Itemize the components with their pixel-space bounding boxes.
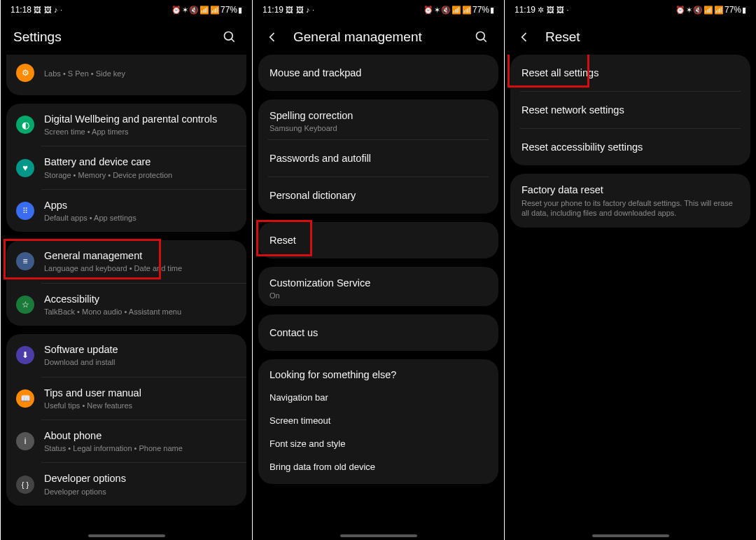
nav-handle[interactable] — [88, 534, 165, 537]
picture-icon: 🖼 — [556, 6, 564, 14]
pinwheel-icon: ✲ — [538, 6, 544, 14]
svg-point-0 — [225, 32, 233, 41]
more-icon: · — [60, 6, 62, 14]
apps-icon: ⠿ — [22, 207, 28, 216]
battery-text: 77% — [472, 5, 489, 15]
section-heading: Looking for something else? — [258, 359, 498, 386]
list-item-contact[interactable]: Contact us — [258, 314, 498, 351]
info-icon: i — [24, 436, 27, 446]
battery-text: 77% — [220, 5, 237, 15]
list-item-reset-network[interactable]: Reset network settings — [510, 92, 750, 128]
picture-icon: 🖼 — [34, 6, 41, 14]
wifi-icon: 📶 — [704, 6, 713, 14]
download-icon: ⬇ — [22, 350, 29, 360]
music-note-icon: ♪ — [306, 6, 310, 14]
signal-icon: 📶 — [210, 6, 220, 14]
wifi-icon: 📶 — [451, 6, 461, 14]
nav-handle[interactable] — [340, 534, 417, 537]
link-screen-timeout[interactable]: Screen timeout — [258, 409, 498, 432]
list-item-apps[interactable]: ⠿ Apps Default apps • App settings — [6, 190, 246, 232]
bluetooth-icon: ✶ — [182, 6, 188, 14]
list-item-tips[interactable]: 📖 Tips and user manual Useful tips • New… — [6, 378, 246, 420]
picture-icon: 🖼 — [547, 6, 554, 14]
link-font-size[interactable]: Font size and style — [258, 432, 498, 455]
wifi-icon: 📶 — [200, 6, 209, 14]
list-item-about-phone[interactable]: i About phone Status • Legal information… — [6, 420, 246, 462]
search-icon — [223, 30, 237, 44]
status-bar: 11:18 🖼 🖼 ♪ · ⏰ ✶ 🔇 📶 📶 77% ▮ — [1, 0, 252, 20]
link-navigation-bar[interactable]: Navigation bar — [258, 386, 498, 409]
battery-icon: ▮ — [742, 6, 746, 14]
picture-icon: 🖼 — [44, 6, 52, 14]
signal-icon: 📶 — [714, 6, 724, 14]
back-button[interactable] — [261, 26, 284, 48]
mute-icon: 🔇 — [189, 6, 199, 14]
list-item-reset-all[interactable]: Reset all settings — [510, 55, 750, 91]
wellbeing-icon: ◐ — [22, 120, 29, 130]
search-button[interactable] — [218, 26, 241, 48]
book-icon: 📖 — [20, 394, 31, 403]
search-icon — [475, 30, 489, 44]
music-note-icon: ♪ — [54, 6, 58, 14]
list-item-reset-accessibility[interactable]: Reset accessibility settings — [510, 129, 750, 165]
page-title: Reset — [541, 29, 745, 45]
list-item-factory-reset[interactable]: Factory data reset Reset your phone to i… — [510, 174, 750, 228]
status-time: 11:19 — [262, 5, 284, 15]
battery-icon: ♥ — [22, 162, 28, 173]
list-item-spelling[interactable]: Spelling correction Samsung Keyboard — [258, 99, 498, 139]
accessibility-icon: ☆ — [22, 300, 29, 310]
sliders-icon: ≡ — [22, 256, 27, 266]
settings-icon: ⚙ — [22, 68, 29, 78]
list-item-wellbeing[interactable]: ◐ Digital Wellbeing and parental control… — [6, 104, 246, 146]
svg-line-3 — [484, 39, 486, 42]
nav-handle[interactable] — [592, 534, 669, 537]
more-icon: · — [312, 6, 314, 14]
code-icon: { } — [22, 480, 29, 489]
search-button[interactable] — [470, 26, 493, 48]
back-button[interactable] — [513, 26, 536, 48]
page-title: General management — [289, 29, 465, 45]
list-item-developer[interactable]: { } Developer options Developer options — [6, 463, 246, 505]
chevron-left-icon — [265, 30, 279, 44]
battery-icon: ▮ — [490, 6, 494, 14]
battery-text: 77% — [724, 5, 741, 15]
bluetooth-icon: ✶ — [434, 6, 440, 14]
status-bar: 11:19 ✲ 🖼 🖼 · ⏰ ✶ 🔇 📶 📶 77% ▮ — [505, 0, 756, 20]
list-item-software-update[interactable]: ⬇ Software update Download and install — [6, 334, 246, 376]
list-item-customization[interactable]: Customization Service On — [258, 267, 498, 306]
list-item[interactable]: ⚙ Labs • S Pen • Side key — [6, 55, 246, 91]
list-item-accessibility[interactable]: ☆ Accessibility TalkBack • Mono audio • … — [6, 284, 246, 326]
status-time: 11:19 — [514, 5, 536, 15]
svg-line-1 — [232, 39, 234, 42]
list-item-dictionary[interactable]: Personal dictionary — [258, 177, 498, 214]
list-item-battery[interactable]: ♥ Battery and device care Storage • Memo… — [6, 146, 246, 188]
more-icon: · — [566, 6, 568, 14]
battery-icon: ▮ — [238, 6, 242, 14]
alarm-icon: ⏰ — [676, 6, 685, 14]
list-item-passwords[interactable]: Passwords and autofill — [258, 140, 498, 176]
status-bar: 11:19 🖼 🖼 ♪ · ⏰ ✶ 🔇 📶 📶 77% ▮ — [253, 0, 504, 20]
page-title: Settings — [9, 29, 213, 45]
status-time: 11:18 — [10, 5, 31, 15]
picture-icon: 🖼 — [286, 6, 293, 14]
mute-icon: 🔇 — [693, 6, 703, 14]
signal-icon: 📶 — [462, 6, 472, 14]
list-item-reset[interactable]: Reset — [258, 222, 498, 258]
chevron-left-icon — [517, 30, 531, 44]
list-item-general-management[interactable]: ≡ General management Language and keyboa… — [6, 240, 246, 282]
picture-icon: 🖼 — [296, 6, 304, 14]
mute-icon: 🔇 — [441, 6, 451, 14]
alarm-icon: ⏰ — [424, 6, 433, 14]
list-item-mouse-trackpad[interactable]: Mouse and trackpad — [258, 55, 498, 91]
alarm-icon: ⏰ — [172, 6, 181, 14]
link-bring-data[interactable]: Bring data from old device — [258, 455, 498, 478]
svg-point-2 — [477, 32, 485, 41]
bluetooth-icon: ✶ — [686, 6, 692, 14]
